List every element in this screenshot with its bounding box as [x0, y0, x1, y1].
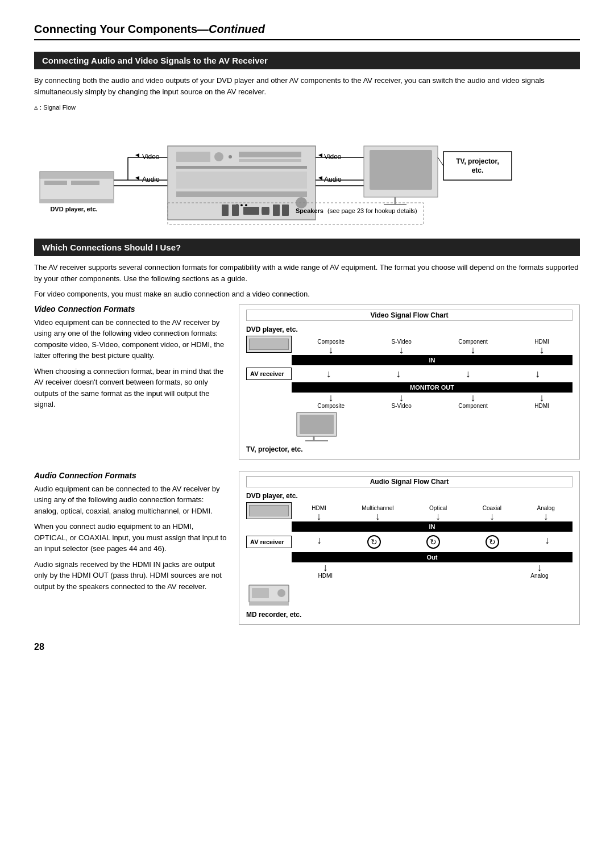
video-svideo-bottom: ↓ S-Video — [391, 393, 411, 409]
audio-top-row: HDMI ↓ Multichannel ↓ Optical ↓ — [246, 502, 572, 521]
video-svideo-top: S-Video ↓ — [391, 339, 411, 355]
svg-marker-9 — [135, 176, 139, 180]
video-hdmi-bottom: ↓ HDMI — [534, 393, 549, 409]
svg-rect-4 — [40, 199, 114, 203]
audio-in-bar: IN — [292, 521, 572, 532]
section1-header: Connecting Audio and Video Signals to th… — [34, 52, 580, 69]
signal-flow-diagram: ▵ : Signal Flow DVD player, etc. Video A… — [34, 103, 580, 228]
svg-rect-50 — [300, 415, 334, 434]
video-component-top: Component ↓ — [458, 339, 488, 355]
video-tv-row — [246, 411, 572, 444]
video-in-bar: IN — [292, 355, 572, 365]
video-connection-left: Video Connection Formats Video equipment… — [34, 304, 227, 460]
svg-rect-2 — [44, 181, 67, 185]
video-chart-title: Video Signal Flow Chart — [246, 310, 572, 321]
page-number: 28 — [34, 642, 580, 652]
svg-marker-26 — [318, 153, 322, 157]
video-body2: When choosing a connection format, bear … — [34, 366, 227, 410]
audio-optical-top: Optical ↓ — [429, 505, 447, 521]
svg-rect-41 — [222, 205, 229, 216]
video-bottom-row: ↓ Composite ↓ S-Video ↓ Component — [246, 393, 572, 409]
svg-rect-56 — [249, 602, 289, 606]
svg-marker-7 — [135, 153, 139, 157]
video-subsection-header: Video Connection Formats — [34, 304, 227, 314]
svg-rect-1 — [40, 172, 114, 178]
video-dvd-box — [246, 336, 292, 353]
audio-av-receiver-box: AV receiver — [246, 536, 292, 548]
audio-bottom-row: ↓ HDMI . . . — [246, 562, 572, 579]
video-av-receiver-box: AV receiver — [246, 368, 292, 380]
svg-rect-54 — [252, 588, 269, 598]
audio-analog-bottom: ↓ Analog — [530, 562, 548, 579]
svg-rect-21 — [176, 172, 307, 189]
section2-header: Which Connections Should I Use? — [34, 239, 580, 256]
svg-text:Speakers: Speakers — [296, 207, 323, 214]
svg-point-17 — [229, 155, 232, 158]
title-continued: —Continued — [197, 23, 265, 35]
svg-text:TV, projector,: TV, projector, — [456, 157, 499, 165]
svg-marker-28 — [318, 176, 322, 180]
audio-chart-container: Audio Signal Flow Chart DVD player, etc. — [239, 471, 580, 625]
audio-top-arrows: HDMI ↓ Multichannel ↓ Optical ↓ — [294, 505, 572, 521]
audio-connection-section: Audio Connection Formats Audio equipment… — [34, 471, 580, 625]
video-bottom-arrows: ↓ Composite ↓ S-Video ↓ Component — [294, 393, 572, 409]
svg-rect-44 — [262, 207, 269, 215]
svg-rect-20 — [176, 166, 307, 169]
svg-text:Video: Video — [324, 153, 342, 161]
svg-text:etc.: etc. — [472, 166, 484, 174]
video-flow-chart: Video Signal Flow Chart DVD player, etc. — [239, 304, 580, 460]
svg-rect-18 — [239, 152, 301, 157]
svg-rect-36 — [443, 152, 512, 180]
audio-connection-left: Audio Connection Formats Audio equipment… — [34, 471, 227, 625]
svg-text:Audio: Audio — [142, 176, 160, 183]
audio-in-bar-row: IN — [246, 521, 572, 532]
video-component-bottom: ↓ Component — [458, 393, 488, 409]
svg-rect-19 — [239, 159, 301, 162]
video-av-row: AV receiver ↓ ↓ ↓ ↓ — [246, 368, 572, 380]
video-tv-icon — [294, 411, 339, 443]
video-monitor-out-bar-row: MONITOR OUT — [246, 382, 572, 393]
audio-multichannel-icon: ↻ — [367, 535, 381, 549]
audio-body3: Audio signals received by the HDMI IN ja… — [34, 559, 227, 592]
video-connection-section: Video Connection Formats Video equipment… — [34, 304, 580, 460]
video-monitor-out-bar: MONITOR OUT — [292, 382, 572, 393]
audio-mid-icons: ↓ ↻ ↻ ↻ ↓ — [294, 535, 572, 549]
svg-rect-42 — [232, 205, 239, 216]
svg-point-16 — [214, 152, 223, 161]
audio-md-icon — [246, 582, 292, 608]
video-chart-container: Video Signal Flow Chart DVD player, etc. — [239, 304, 580, 460]
audio-dvd-label: DVD player, etc. — [246, 492, 572, 500]
video-body1: Video equipment can be connected to the … — [34, 317, 227, 361]
video-composite-bottom: ↓ Composite — [317, 393, 345, 409]
audio-coaxial-top: Coaxial ↓ — [483, 505, 501, 521]
audio-hdmi-top: HDMI ↓ — [312, 505, 326, 521]
audio-coaxial-icon: ↻ — [486, 535, 499, 549]
audio-md-label: MD recorder, etc. — [246, 611, 572, 619]
svg-rect-46 — [282, 205, 289, 216]
svg-text:DVD player, etc.: DVD player, etc. — [50, 206, 97, 212]
audio-chart-title: Audio Signal Flow Chart — [246, 476, 572, 487]
audio-multichannel-top: Multichannel ↓ — [362, 505, 393, 521]
svg-text:(see page 23 for hookup detail: (see page 23 for hookup details) — [327, 207, 417, 214]
section1-body: By connecting both the audio and video o… — [34, 75, 580, 97]
video-top-arrows: Composite ↓ S-Video ↓ Component ↓ — [294, 339, 572, 355]
svg-point-55 — [277, 589, 285, 597]
audio-body1: Audio equipment can be connected to the … — [34, 483, 227, 517]
audio-optical-icon: ↻ — [426, 535, 440, 549]
page-title: Connecting Your Components—Continued — [34, 23, 580, 40]
audio-subsection-header: Audio Connection Formats — [34, 471, 227, 480]
audio-flow-chart: Audio Signal Flow Chart DVD player, etc. — [239, 471, 580, 625]
section1: Connecting Audio and Video Signals to th… — [34, 52, 580, 228]
video-in-bar-row: IN — [246, 355, 572, 365]
svg-rect-43 — [243, 207, 259, 215]
audio-dvd-box — [246, 502, 292, 519]
svg-line-39 — [438, 157, 443, 166]
svg-rect-33 — [370, 150, 432, 190]
section2: Which Connections Should I Use? The AV r… — [34, 239, 580, 625]
audio-hdmi-bottom: ↓ HDMI — [318, 562, 333, 579]
svg-rect-15 — [176, 152, 210, 162]
audio-bottom-arrows: ↓ HDMI . . . — [294, 562, 572, 579]
audio-md-row — [246, 582, 572, 610]
svg-text:Audio: Audio — [324, 176, 342, 183]
svg-rect-45 — [273, 205, 280, 216]
